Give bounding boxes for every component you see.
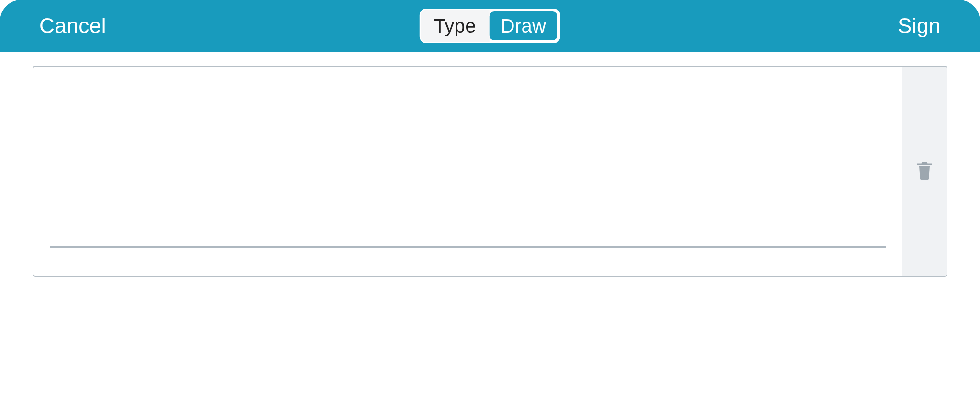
cancel-button[interactable]: Cancel (39, 14, 106, 38)
mode-segment-control: Type Draw (420, 9, 560, 43)
segment-type[interactable]: Type (421, 10, 490, 42)
sign-button[interactable]: Sign (898, 14, 941, 38)
signature-draw-area[interactable] (33, 67, 902, 276)
signature-baseline (50, 246, 886, 248)
content-area (0, 52, 980, 291)
trash-icon (914, 159, 935, 184)
segment-draw[interactable]: Draw (490, 11, 558, 40)
clear-signature-button[interactable] (902, 67, 947, 276)
signature-header: Cancel Type Draw Sign (0, 0, 980, 52)
signature-box (33, 66, 947, 277)
